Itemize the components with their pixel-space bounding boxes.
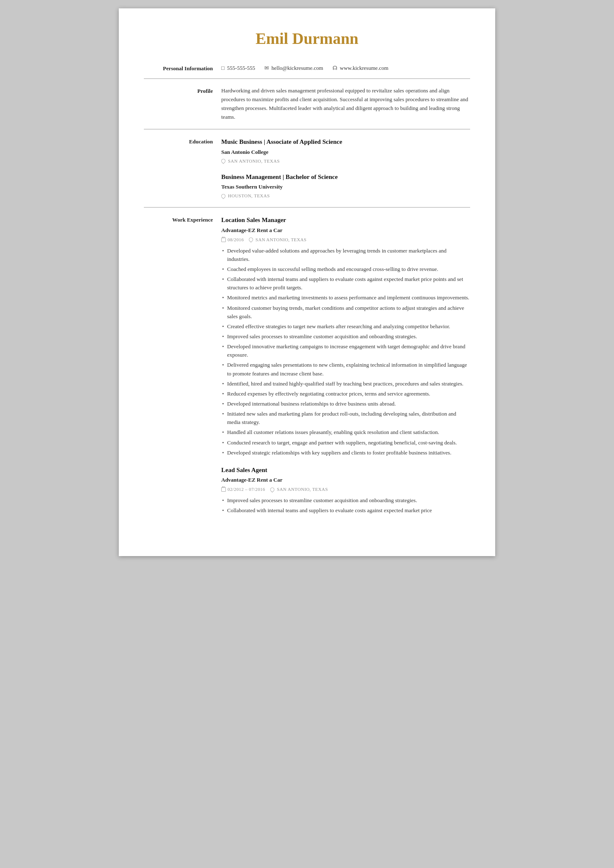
bullet-1-16: Developed strategic relationships with k… [221,449,470,457]
email-icon: ✉ [264,64,269,72]
bullet-1-2: Coached employees in successful selling … [221,265,470,273]
job-title-2: Lead Sales Agent [221,465,470,475]
work-experience-content: Location Sales Manager Advantage-EZ Rent… [221,215,470,523]
globe-icon: ☊ [333,64,338,72]
location-icon-1 [220,158,226,164]
bullet-1-14: Handled all customer relations issues pl… [221,428,470,437]
contact-row: □ 555-555-555 ✉ hello@kickresume.com ☊ w… [221,64,470,72]
personal-info-label: Personal Information [144,64,221,72]
job-company-1: Advantage-EZ Rent a Car [221,226,470,235]
job-date-1: 08/2016 [221,236,244,243]
edu-entry-2: Business Management | Bachelor of Scienc… [221,172,470,199]
bullet-1-4: Monitored metrics and marketing investme… [221,294,470,302]
profile-label: Profile [144,87,221,121]
edu-degree-1: Music Business | Associate of Applied Sc… [221,137,470,147]
personal-info-section: Personal Information □ 555-555-555 ✉ hel… [144,58,470,78]
bullet-1-6: Created effective strategies to target n… [221,322,470,331]
phone-icon: □ [221,64,225,72]
bullet-1-7: Improved sales processes to streamline c… [221,332,470,341]
bullet-1-8: Developed innovative marketing campaigns… [221,342,470,359]
bullet-1-9: Delivered engaging sales presentations t… [221,361,470,378]
email-address: hello@kickresume.com [271,64,323,72]
profile-text: Hardworking and driven sales management … [221,87,470,121]
job-date-2: 02/2012 – 07/2016 [221,486,265,493]
job-bullets-1: Developed value-added solutions and appr… [221,247,470,457]
work-experience-section: Work Experience Location Sales Manager A… [144,207,470,523]
bullet-1-3: Collaborated with internal teams and sup… [221,275,470,292]
resume-header: Emil Durmann [144,29,470,48]
job-entry-1: Location Sales Manager Advantage-EZ Rent… [221,215,470,457]
job-location-1: SAN ANTONIO, TEXAS [249,236,307,243]
candidate-name: Emil Durmann [144,29,470,48]
job-bullets-2: Improved sales processes to streamline c… [221,496,470,515]
job-entry-2: Lead Sales Agent Advantage-EZ Rent a Car… [221,465,470,515]
calendar-icon-1 [221,237,226,242]
edu-location-2: HOUSTON, TEXAS [221,192,470,199]
website-contact: ☊ www.kickresume.com [333,64,389,72]
edu-school-2: Texas Southern University [221,183,470,191]
phone-number: 555-555-555 [227,64,255,72]
calendar-icon-2 [221,487,226,492]
bullet-2-2: Collaborated with internal teams and sup… [221,506,470,515]
edu-degree-2: Business Management | Bachelor of Scienc… [221,172,470,182]
profile-content: Hardworking and driven sales management … [221,87,470,121]
job-location-2: SAN ANTONIO, TEXAS [270,486,328,493]
location-icon-2 [220,193,226,199]
edu-location-1: SAN ANTONIO, TEXAS [221,158,470,165]
bullet-1-5: Monitored customer buying trends, market… [221,304,470,321]
resume-page: Emil Durmann Personal Information □ 555-… [119,8,495,556]
job-meta-1: 08/2016 SAN ANTONIO, TEXAS [221,236,470,243]
bullet-2-1: Improved sales processes to streamline c… [221,496,470,505]
education-section: Education Music Business | Associate of … [144,129,470,199]
job-title-1: Location Sales Manager [221,215,470,225]
edu-school-1: San Antonio College [221,148,470,156]
education-label: Education [144,137,221,199]
job-company-2: Advantage-EZ Rent a Car [221,476,470,484]
bullet-1-15: Conducted research to target, engage and… [221,439,470,447]
work-experience-label: Work Experience [144,215,221,523]
bullet-1-13: Initiated new sales and marketing plans … [221,410,470,426]
bullet-1-1: Developed value-added solutions and appr… [221,247,470,263]
bullet-1-10: Identified, hired and trained highly-qua… [221,380,470,388]
bullet-1-12: Developed international business relatio… [221,400,470,408]
website-url: www.kickresume.com [340,64,389,72]
location-icon-job-1 [248,237,254,243]
job-meta-2: 02/2012 – 07/2016 SAN ANTONIO, TEXAS [221,486,470,493]
personal-info-content: □ 555-555-555 ✉ hello@kickresume.com ☊ w… [221,64,470,72]
education-content: Music Business | Associate of Applied Sc… [221,137,470,199]
edu-entry-1: Music Business | Associate of Applied Sc… [221,137,470,164]
profile-section: Profile Hardworking and driven sales man… [144,79,470,121]
email-contact: ✉ hello@kickresume.com [264,64,323,72]
phone-contact: □ 555-555-555 [221,64,255,72]
bullet-1-11: Reduced expenses by effectively negotiat… [221,390,470,398]
location-icon-job-2 [269,487,275,493]
